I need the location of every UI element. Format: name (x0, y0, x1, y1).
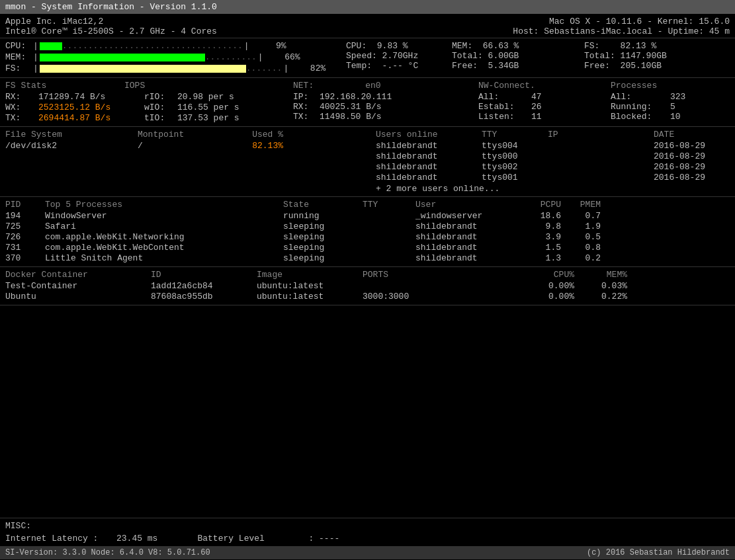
misc-battery-key: Battery Level (197, 534, 303, 543)
proc-row-0: 194 WindowServer running _windowserver 1… (5, 211, 730, 221)
nw-listen-row: Listen: 11 (478, 112, 597, 122)
proc-user-4: shildebrandt (415, 253, 521, 263)
stat-free-fs-row: Free: 205.10GB (584, 61, 730, 71)
user-row-0: shildebrandt ttys004 2016-08-29 (376, 141, 730, 151)
proc-tty-4 (363, 253, 415, 263)
proc-tty-2 (363, 232, 415, 242)
rio-value: 20.98 per s (177, 92, 234, 102)
proc-th-user: User (415, 200, 521, 210)
proc-all-row: All: 323 (611, 92, 730, 102)
users-th-tty: TTY (482, 130, 548, 140)
stat-cpu-value: 9.83 % (377, 41, 408, 51)
proc-state-4: sleeping (283, 253, 363, 263)
users-th-ip: IP (548, 130, 654, 140)
user-name-2: shildebrandt (376, 162, 482, 172)
proc-pmem-1: 1.9 (561, 221, 601, 231)
proc-running: 5 (670, 102, 675, 112)
user-tty-3: ttys001 (482, 173, 548, 182)
stat-mem-value: 66.63 % (483, 41, 519, 51)
proc-row-3: 731 com.apple.WebKit.WebContent sleeping… (5, 243, 730, 253)
docker-id-1: 87608ac955db (151, 292, 257, 301)
fs-table-header: File System Montpoint Used % (5, 130, 363, 140)
misc-label: MISC: (5, 521, 730, 531)
cpu-bar-row: CPU: | .................................… (5, 41, 333, 51)
stat-free-fs-value: 205.10GB (621, 61, 662, 71)
proc-th-pmem: PMEM (561, 200, 601, 210)
fs-table-section: File System Montpoint Used % /dev/disk2 … (0, 127, 735, 197)
docker-th-name: Docker Container (5, 270, 151, 280)
fs-stats: FS Stats IOPS RX: 171289.74 B/s rIO: 20.… (5, 81, 280, 124)
proc-pid-1: 725 (5, 221, 45, 231)
misc-row: Internet Latency : 23.45 ms Battery Leve… (5, 534, 730, 543)
stat-fs-row: FS: 82.13 % (584, 41, 730, 51)
proc-user-1: shildebrandt (415, 221, 521, 231)
proc-pid-0: 194 (5, 211, 45, 221)
docker-name-1: Ubuntu (5, 292, 151, 301)
processes-section: PID Top 5 Processes State TTY User PCPU … (0, 197, 735, 267)
proc-th-pcpu: PCPU (521, 200, 561, 210)
users-more-text: + 2 more users online... (376, 184, 730, 194)
proc-pmem-0: 0.7 (561, 211, 601, 221)
proc-th-pid: PID (5, 200, 45, 210)
fs-mount: / (138, 141, 217, 151)
user-date-3: 2016-08-29 (654, 173, 720, 182)
mem-bar-row: MEM: | .......... | 66% (5, 52, 333, 62)
title-bar: mmon - System Information - Version 1.1.… (0, 0, 735, 14)
user-tty-1: ttys000 (482, 151, 548, 161)
fs-tx-label: TX: (5, 113, 38, 123)
user-date-1: 2016-08-29 (654, 151, 720, 161)
fs-rx-label: RX: (5, 92, 38, 102)
docker-mem-1: 0.22% (574, 292, 627, 301)
misc-latency: Internet Latency : 23.45 ms (5, 534, 157, 543)
docker-th-mem: MEM% (574, 270, 627, 280)
nw-listen: 11 (531, 112, 542, 122)
fs-device: /dev/disk2 (5, 141, 138, 151)
mem-bar-fill (40, 54, 205, 61)
fs-th-mountpoint: Montpoint (138, 130, 217, 140)
stat-total-mem-row: Total: 6.00GB (452, 51, 584, 61)
cpu-bar-dots: ................................... (62, 41, 243, 51)
footer: SI-Version: 3.3.0 Node: 6.4.0 V8: 5.0.71… (0, 546, 735, 559)
stats-col1: CPU: 9.83 % Speed: 2.70GHz Temp: -.-- °C (346, 41, 452, 75)
fs-bar-percent: 82% (292, 63, 325, 73)
top-info-right: Mac OS X - 10.11.6 - Kernel: 15.6.0 Host… (513, 17, 730, 36)
proc-blocked-row: Blocked: 10 (611, 112, 730, 122)
user-date-0: 2016-08-29 (654, 141, 720, 151)
proc-state-0: running (283, 211, 363, 221)
docker-header: Docker Container ID Image PORTS CPU% MEM… (5, 270, 730, 280)
mem-bar-dots: .......... (205, 52, 257, 62)
fs-net-section: FS Stats IOPS RX: 171289.74 B/s rIO: 20.… (0, 78, 735, 127)
user-name-1: shildebrandt (376, 151, 482, 161)
rio-label: rIO: (144, 92, 177, 102)
footer-right: (c) 2016 Sebastian Hildebrandt (587, 548, 730, 557)
stats-col3: FS: 82.13 % Total: 1147.90GB Free: 205.1… (584, 41, 730, 75)
nw-all-row: All: 47 (478, 92, 597, 102)
misc-latency-value: 23.45 ms (116, 534, 157, 543)
proc-user-2: shildebrandt (415, 232, 521, 242)
stat-free-mem-row: Free: 5.34GB (452, 61, 584, 71)
bars-left: CPU: | .................................… (5, 41, 333, 75)
app-title: mmon - System Information - Version 1.1.… (5, 2, 217, 12)
fs-bar-dots: ....... (246, 63, 282, 73)
spacer (0, 305, 735, 518)
user-date-2: 2016-08-29 (654, 162, 720, 172)
docker-th-id: ID (151, 270, 257, 280)
users-th-name: Users online (376, 130, 482, 140)
mem-bar-label: MEM: (5, 52, 32, 62)
fs-table: File System Montpoint Used % /dev/disk2 … (5, 130, 363, 194)
tio-value: 137.53 per s (177, 113, 239, 123)
misc-latency-key: Internet Latency : (5, 534, 111, 543)
user-ip-3 (548, 173, 654, 182)
proc-pcpu-3: 1.5 (521, 243, 561, 253)
fs-wx-value: 2523125.12 B/s (38, 102, 144, 112)
fs-bar-label: FS: (5, 63, 32, 73)
proc-state-3: sleeping (283, 243, 363, 253)
misc-battery-value: : ---- (308, 534, 339, 543)
proc-pmem-2: 0.5 (561, 232, 601, 242)
users-th-date: DATE (654, 130, 720, 140)
proc-state-1: sleeping (283, 221, 363, 231)
top-info-left: Apple Inc. iMac12,2 Intel® Core™ i5-2500… (5, 17, 217, 36)
docker-image-1: ubuntu:latest (257, 292, 363, 301)
cpu-info: Intel® Core™ i5-2500S - 2.7 GHz - 4 Core… (5, 26, 217, 36)
user-name-0: shildebrandt (376, 141, 482, 151)
